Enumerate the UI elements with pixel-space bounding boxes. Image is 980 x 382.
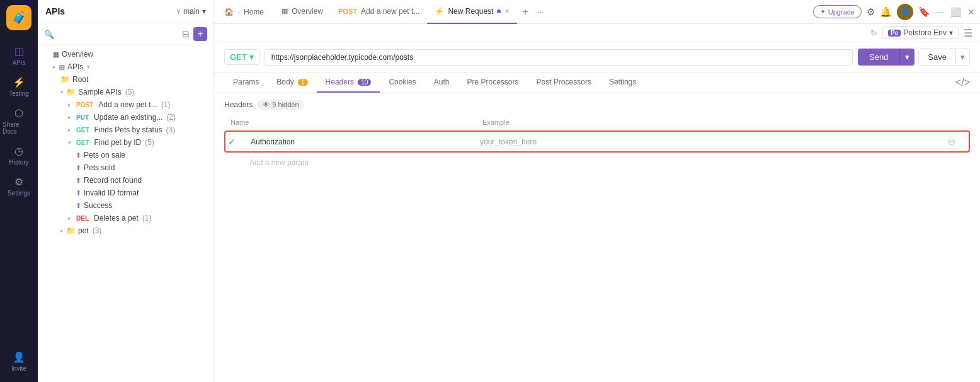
git-branch-icon: ⑂ bbox=[176, 7, 181, 16]
eye-icon: 👁 bbox=[263, 101, 270, 108]
tree-put-update[interactable]: ▸ PUT Update an existing... (2) bbox=[38, 111, 214, 124]
req-tab-auth[interactable]: Auth bbox=[425, 72, 459, 93]
chevron-right-icon: ▸ bbox=[68, 127, 71, 133]
window-controls: — ⬜ ✕ bbox=[935, 7, 975, 17]
minimize-button[interactable]: — bbox=[935, 7, 944, 17]
request-bar: GET ▾ Send ▾ Save ▾ bbox=[214, 42, 980, 72]
upgrade-button[interactable]: ✦ Upgrade bbox=[813, 5, 862, 18]
env-selector[interactable]: Pe Petstore Env ▾ bbox=[882, 26, 959, 39]
add-header-row[interactable]: Add a new param bbox=[224, 155, 970, 170]
bell-icon[interactable]: 🔔 bbox=[880, 6, 892, 18]
refresh-icon[interactable]: ↻ bbox=[870, 28, 877, 38]
method-get-label: GET bbox=[74, 126, 92, 134]
tree-example-pets-sold[interactable]: ⬆ Pets sold bbox=[38, 161, 214, 174]
method-get-label: GET bbox=[74, 139, 92, 147]
save-button[interactable]: Save bbox=[919, 49, 955, 65]
left-panel-header: APIs ⑂ main ▾ bbox=[38, 0, 214, 23]
chevron-right-icon: ▸ bbox=[68, 114, 71, 120]
icon-sidebar: 🧳 ◫ APIs ⚡ Testing ⬡ Share Docs ◷ Histor… bbox=[0, 0, 38, 382]
example-icon: ⬆ bbox=[76, 164, 81, 172]
tab-overview[interactable]: ▦ Overview bbox=[274, 0, 331, 24]
close-button[interactable]: ✕ bbox=[967, 7, 975, 17]
search-icon: 🔍 bbox=[44, 30, 54, 39]
sidebar-item-history[interactable]: ◷ History bbox=[0, 140, 38, 171]
tree-example-record-not-found[interactable]: ⬆ Record not found bbox=[38, 174, 214, 187]
apis-icon: ◫ bbox=[14, 45, 24, 57]
maximize-button[interactable]: ⬜ bbox=[950, 7, 961, 17]
share-docs-icon: ⬡ bbox=[14, 107, 23, 119]
home-icon[interactable]: 🏠 bbox=[224, 8, 234, 16]
left-panel: APIs ⑂ main ▾ 🔍 ⊟ + ▦ Overview ▸ ▦ APIs bbox=[38, 0, 214, 382]
expand-icon: ▾ bbox=[87, 64, 90, 70]
sidebar-item-testing[interactable]: ⚡ Testing bbox=[0, 71, 38, 102]
chevron-right-icon: ▸ bbox=[60, 228, 64, 234]
request-bar-right: Send ▾ Save ▾ bbox=[858, 49, 970, 66]
hidden-headers-toggle[interactable]: 👁 9 hidden bbox=[258, 100, 304, 110]
user-avatar[interactable]: 👤 bbox=[897, 4, 913, 20]
settings-icon[interactable]: ⚙ bbox=[867, 6, 875, 18]
req-tab-params[interactable]: Params bbox=[224, 72, 268, 93]
req-tab-body[interactable]: Body 1 bbox=[268, 72, 316, 93]
req-tab-cookies[interactable]: Cookies bbox=[380, 72, 424, 93]
tree-area: ▦ Overview ▸ ▦ APIs ▾ 📁 Root ▾ 📁 Sample … bbox=[38, 45, 214, 382]
headers-badge: 10 bbox=[358, 79, 371, 86]
chevron-icon: ▸ bbox=[53, 64, 56, 70]
req-tab-settings[interactable]: Settings bbox=[600, 72, 645, 93]
tree-example-invalid-id[interactable]: ⬆ Invalid ID format bbox=[38, 187, 214, 199]
tab-new-request[interactable]: ⚡ New Request ✕ bbox=[427, 0, 517, 24]
add-button[interactable]: + bbox=[193, 27, 207, 41]
chevron-right-icon: ▸ bbox=[68, 215, 71, 221]
more-tabs-button[interactable]: ··· bbox=[533, 7, 548, 16]
tree-overview[interactable]: ▦ Overview bbox=[38, 48, 214, 61]
sidebar-item-invite[interactable]: 👤 Invite bbox=[0, 346, 38, 377]
example-icon: ⬆ bbox=[76, 177, 81, 185]
tree-del-pet[interactable]: ▸ DEL Deletes a pet (1) bbox=[38, 212, 214, 224]
send-button[interactable]: Send bbox=[858, 49, 899, 66]
save-dropdown-button[interactable]: ▾ bbox=[955, 49, 969, 65]
search-bar: 🔍 ⊟ + bbox=[38, 23, 214, 45]
folder-icon: 📁 bbox=[66, 88, 76, 96]
tree-get-finds[interactable]: ▸ GET Finds Pets by status (3) bbox=[38, 124, 214, 136]
search-input[interactable] bbox=[58, 30, 178, 38]
save-btn-group: Save ▾ bbox=[918, 49, 970, 66]
sidebar-item-settings[interactable]: ⚙ Settings bbox=[0, 171, 38, 202]
send-dropdown-button[interactable]: ▾ bbox=[899, 49, 914, 66]
star-icon: ✦ bbox=[820, 8, 826, 16]
close-tab-icon[interactable]: ✕ bbox=[504, 8, 510, 14]
top-bar: 🏠 › Home ▦ Overview POST Add a new pet t… bbox=[214, 0, 980, 24]
tree-example-pets-on-sale[interactable]: ⬆ Pets on sale bbox=[38, 149, 214, 161]
method-post-label: POST bbox=[74, 101, 96, 109]
req-tab-pre-processors[interactable]: Pre Processors bbox=[458, 72, 527, 93]
tree-apis-group[interactable]: ▸ ▦ APIs ▾ bbox=[38, 61, 214, 73]
tree-sample-apis[interactable]: ▾ 📁 Sample APIs (5) bbox=[38, 86, 214, 98]
url-input[interactable] bbox=[265, 49, 853, 66]
tree-pet-folder[interactable]: ▸ 📁 pet (3) bbox=[38, 224, 214, 237]
tree-example-success[interactable]: ⬆ Success bbox=[38, 199, 214, 212]
sidebar-item-apis[interactable]: ◫ APIs bbox=[0, 40, 38, 71]
app-icon[interactable]: 🧳 bbox=[6, 5, 31, 30]
method-put-label: PUT bbox=[74, 113, 91, 122]
req-tab-post-processors[interactable]: Post Processors bbox=[528, 72, 600, 93]
overview-tab-icon: ▦ bbox=[282, 7, 288, 15]
unsaved-dot bbox=[497, 9, 501, 13]
filter-icon[interactable]: ⊟ bbox=[182, 29, 190, 39]
tree-post-add-pet[interactable]: ▸ POST Add a new pet t... (1) bbox=[38, 98, 214, 111]
branch-selector[interactable]: ⑂ main ▾ bbox=[176, 7, 206, 16]
menu-icon[interactable]: ☰ bbox=[964, 27, 972, 39]
add-tab-button[interactable]: + bbox=[517, 6, 533, 18]
tree-get-find-by-id[interactable]: ▾ GET Find pet by ID (5) bbox=[38, 136, 214, 149]
tab-post-add-pet[interactable]: POST Add a new pet t... bbox=[331, 0, 427, 24]
req-tab-headers[interactable]: Headers 10 bbox=[317, 72, 380, 93]
settings-icon: ⚙ bbox=[14, 176, 23, 188]
headers-table: Name Example ✓ Authorization your_token_… bbox=[224, 116, 970, 170]
sidebar-item-share-docs[interactable]: ⬡ Share Docs bbox=[0, 102, 38, 140]
chevron-down-icon: ▾ bbox=[68, 139, 71, 146]
tree-root-folder[interactable]: 📁 Root bbox=[38, 73, 214, 86]
method-selector[interactable]: GET ▾ bbox=[224, 49, 259, 65]
chevron-down-icon: ▾ bbox=[60, 89, 64, 95]
remove-header-button[interactable]: ⊖ bbox=[947, 136, 966, 148]
env-prefix: Pe bbox=[888, 30, 901, 37]
header-row: ✓ Authorization your_token_here ⊖ bbox=[224, 130, 970, 153]
bookmark-icon[interactable]: 🔖 bbox=[918, 6, 930, 18]
code-view-icon[interactable]: </> bbox=[955, 77, 970, 88]
